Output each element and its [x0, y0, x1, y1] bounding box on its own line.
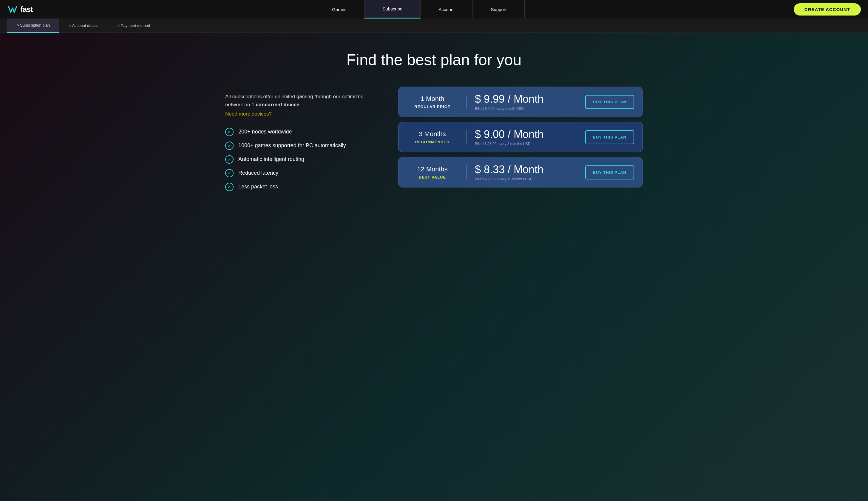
content-grid: All subscriptions offer unlimited gaming… [225, 87, 643, 191]
plans-panel: 1 Month REGULAR PRICE $ 9.99 / Month Bil… [398, 87, 643, 188]
plan-card-3months: 3 Months RECOMMENDED $ 9.00 / Month Bill… [398, 122, 643, 152]
plan-price-section-1month: $ 9.99 / Month Billed $ 9.99 every month… [466, 93, 585, 111]
nav-support[interactable]: Support [473, 0, 525, 19]
feature-item: ✓ Less packet loss [225, 183, 380, 191]
plan-price-3months: $ 9.00 / Month [475, 128, 543, 141]
plan-left-12months: 12 Months BEST VALUE [407, 166, 466, 179]
nav-links: Games Subscribe Account Support [45, 0, 794, 19]
plan-duration-3months: 3 Months [407, 130, 458, 138]
plan-tag-3months: RECOMMENDED [407, 140, 458, 144]
check-icon-2: ✓ [225, 141, 233, 150]
plan-duration-1month: 1 Month [407, 95, 458, 103]
left-panel: All subscriptions offer unlimited gaming… [225, 87, 380, 191]
plan-price-12months: $ 8.33 / Month [475, 163, 543, 176]
plan-price-1month: $ 9.99 / Month [475, 93, 543, 105]
plan-tag-1month: REGULAR PRICE [407, 105, 458, 109]
feature-text-2: 1000+ games supported for PC automatical… [238, 142, 346, 149]
plan-tag-12months: BEST VALUE [407, 175, 458, 179]
breadcrumb-bar: > Subscription plan > Account details > … [0, 19, 868, 33]
check-icon-3: ✓ [225, 155, 233, 163]
description-bold: 1 concurrent device [251, 102, 299, 107]
nav-account[interactable]: Account [420, 0, 473, 19]
plan-billed-1month: Billed $ 9.99 every month USD [475, 107, 524, 111]
plan-left-1month: 1 Month REGULAR PRICE [407, 95, 466, 109]
plan-billed-12months: Billed $ 99.99 every 12 months USD [475, 177, 532, 181]
nav-games[interactable]: Games [314, 0, 364, 19]
plan-duration-12months: 12 Months [407, 166, 458, 173]
feature-text-1: 200+ nodes worldwide [238, 129, 292, 135]
feature-text-4: Reduced latency [238, 170, 278, 176]
breadcrumb-account-details[interactable]: > Account details [59, 19, 108, 33]
feature-list: ✓ 200+ nodes worldwide ✓ 1000+ games sup… [225, 128, 380, 191]
feature-item: ✓ Automatic intelligent routing [225, 155, 380, 163]
buy-plan-button-3months[interactable]: BUY THIS PLAN [585, 130, 634, 144]
nav-subscribe[interactable]: Subscribe [364, 0, 420, 19]
feature-text-3: Automatic intelligent routing [238, 156, 304, 162]
plan-card-12months: 12 Months BEST VALUE $ 8.33 / Month Bill… [398, 157, 643, 188]
plan-billed-3months: Billed $ 26.99 every 3 months USD [475, 142, 531, 146]
buy-plan-button-1month[interactable]: BUY THIS PLAN [585, 95, 634, 109]
create-account-button[interactable]: CREATE ACCOUNT [794, 3, 861, 15]
check-icon-1: ✓ [225, 128, 233, 136]
feature-item: ✓ Reduced latency [225, 169, 380, 177]
logo-text: fast [20, 5, 33, 14]
feature-item: ✓ 200+ nodes worldwide [225, 128, 380, 136]
plan-price-section-12months: $ 8.33 / Month Billed $ 99.99 every 12 m… [466, 163, 585, 181]
page-title: Find the best plan for you [24, 51, 844, 69]
plan-left-3months: 3 Months RECOMMENDED [407, 130, 466, 144]
description-text2: . [299, 102, 301, 107]
check-icon-5: ✓ [225, 183, 233, 191]
navigation: fast Games Subscribe Account Support CRE… [0, 0, 868, 19]
breadcrumb-payment-method[interactable]: > Payment method [108, 19, 160, 33]
buy-plan-button-12months[interactable]: BUY THIS PLAN [585, 166, 634, 179]
breadcrumb-subscription-plan[interactable]: > Subscription plan [7, 19, 59, 33]
need-more-devices-link[interactable]: Need more devices? [225, 110, 380, 118]
main-content: Find the best plan for you All subscript… [0, 33, 868, 501]
description: All subscriptions offer unlimited gaming… [225, 93, 380, 118]
check-icon-4: ✓ [225, 169, 233, 177]
feature-item: ✓ 1000+ games supported for PC automatic… [225, 141, 380, 150]
plan-price-section-3months: $ 9.00 / Month Billed $ 26.99 every 3 mo… [466, 128, 585, 146]
logo[interactable]: fast [7, 4, 33, 15]
plan-card-1month: 1 Month REGULAR PRICE $ 9.99 / Month Bil… [398, 87, 643, 117]
feature-text-5: Less packet loss [238, 184, 278, 190]
